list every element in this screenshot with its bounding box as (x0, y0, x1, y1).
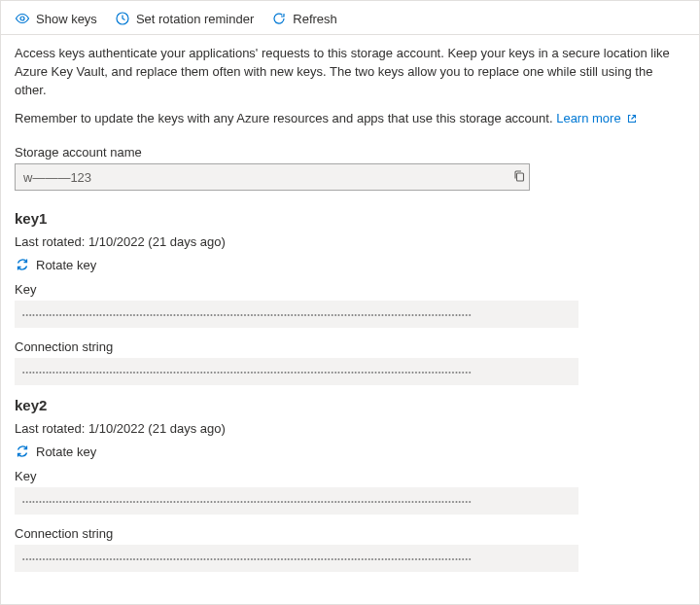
show-keys-button[interactable]: Show keys (15, 11, 97, 26)
show-keys-label: Show keys (36, 12, 97, 26)
key1-key-label: Key (15, 282, 685, 297)
copy-icon (512, 169, 526, 186)
masked-value: ••••••••••••••••••••••••••••••••••••••••… (22, 498, 472, 505)
key2-key-value[interactable]: ••••••••••••••••••••••••••••••••••••••••… (15, 487, 578, 515)
key2-key-label: Key (15, 469, 685, 483)
clock-icon (115, 11, 130, 26)
key1-section: key1 Last rotated: 1/10/2022 (21 days ag… (15, 210, 685, 385)
refresh-label: Refresh (293, 12, 337, 26)
account-name-label: Storage account name (15, 145, 685, 160)
set-rotation-button[interactable]: Set rotation reminder (115, 11, 254, 26)
key1-conn-label: Connection string (15, 339, 685, 354)
refresh-icon (271, 11, 287, 26)
learn-more-link[interactable]: Learn more (556, 111, 638, 125)
svg-point-0 (20, 17, 24, 20)
key1-rotate-button[interactable]: Rotate key (15, 257, 96, 272)
learn-more-label: Learn more (556, 111, 620, 125)
eye-icon (15, 11, 30, 26)
key1-conn-value[interactable]: ••••••••••••••••••••••••••••••••••••••••… (15, 358, 578, 385)
key2-last-rotated: Last rotated: 1/10/2022 (21 days ago) (15, 421, 685, 436)
key2-conn-value[interactable]: ••••••••••••••••••••••••••••••••••••••••… (15, 545, 578, 572)
masked-value: ••••••••••••••••••••••••••••••••••••••••… (22, 555, 472, 562)
external-link-icon (626, 113, 638, 125)
key1-title: key1 (15, 210, 685, 227)
key2-section: key2 Last rotated: 1/10/2022 (21 days ag… (15, 397, 685, 572)
key1-key-value[interactable]: ••••••••••••••••••••••••••••••••••••••••… (15, 301, 578, 328)
masked-value: ••••••••••••••••••••••••••••••••••••••••… (22, 311, 472, 318)
toolbar: Show keys Set rotation reminder Refresh (1, 1, 699, 35)
set-rotation-label: Set rotation reminder (136, 12, 254, 26)
key1-last-rotated: Last rotated: 1/10/2022 (21 days ago) (15, 234, 685, 249)
refresh-button[interactable]: Refresh (271, 11, 337, 26)
svg-rect-2 (517, 173, 524, 181)
rotate-icon (15, 444, 30, 459)
key2-conn-label: Connection string (15, 526, 685, 541)
content: Access keys authenticate your applicatio… (1, 35, 699, 597)
account-name-input[interactable] (15, 163, 530, 191)
access-keys-page: Show keys Set rotation reminder Refresh … (0, 0, 700, 605)
description-text: Access keys authenticate your applicatio… (15, 45, 685, 100)
copy-account-name-button[interactable] (512, 169, 526, 186)
rotate-icon (15, 257, 30, 272)
remember-span: Remember to update the keys with any Azu… (15, 111, 553, 125)
remember-text: Remember to update the keys with any Azu… (15, 110, 685, 128)
masked-value: ••••••••••••••••••••••••••••••••••••••••… (22, 369, 472, 375)
key2-rotate-button[interactable]: Rotate key (15, 444, 96, 459)
key2-title: key2 (15, 397, 685, 413)
key1-rotate-label: Rotate key (36, 258, 96, 272)
key2-rotate-label: Rotate key (36, 445, 96, 459)
account-name-field-wrap (15, 163, 530, 191)
